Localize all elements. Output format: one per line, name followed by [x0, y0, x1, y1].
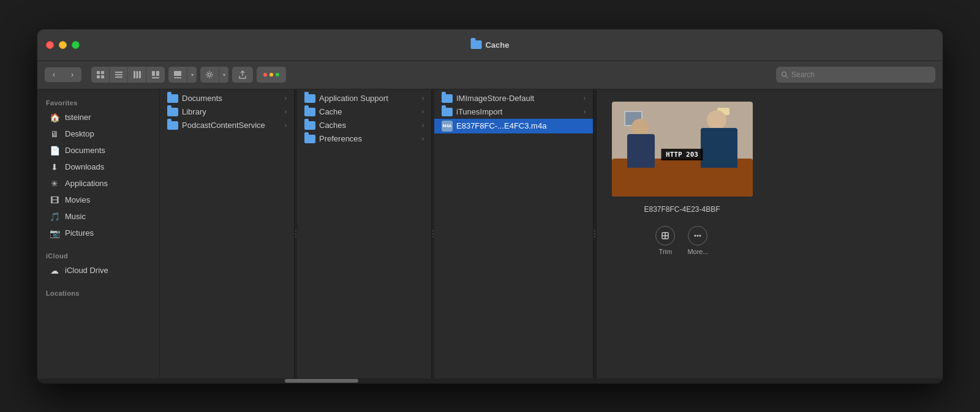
column2-label-caches: Caches: [319, 121, 346, 130]
svg-rect-16: [179, 77, 181, 78]
tag-icon: [263, 70, 280, 79]
sidebar-item-label-music: Music: [65, 212, 86, 221]
more-label: More...: [687, 248, 708, 255]
folder-icon-appsupport: [304, 94, 315, 103]
svg-rect-11: [156, 71, 159, 76]
maximize-button[interactable]: [72, 41, 80, 49]
document-icon: 📄: [49, 145, 60, 156]
more-button[interactable]: More...: [687, 226, 708, 255]
sidebar-item-label-tsteiner: tsteiner: [65, 113, 91, 122]
column2-item-preferences[interactable]: Preferences ›: [297, 132, 431, 146]
tag-button[interactable]: [257, 67, 286, 83]
settings-button[interactable]: [200, 67, 219, 83]
cover-flow-view-button[interactable]: [146, 67, 165, 83]
sidebar-item-downloads[interactable]: ⬇ Downloads: [40, 159, 156, 175]
sidebar-item-music[interactable]: 🎵 Music: [40, 209, 156, 225]
sidebar-item-movies[interactable]: 🎞 Movies: [40, 192, 156, 208]
column2-item-cache[interactable]: Cache ›: [297, 105, 431, 119]
svg-point-27: [697, 234, 699, 236]
column-view-button[interactable]: [128, 67, 146, 83]
column3-item-imimagestore[interactable]: IMImageStore-Default ›: [434, 92, 593, 105]
column1-item-podcastcontentservice[interactable]: PodcastContentService ›: [160, 119, 294, 132]
sidebar-item-desktop[interactable]: 🖥 Desktop: [40, 126, 156, 142]
chevron-icon: ›: [584, 108, 586, 115]
svg-rect-15: [176, 77, 179, 78]
svg-rect-6: [115, 77, 123, 78]
locations-section-label: Locations: [37, 286, 159, 299]
window-title: Cache: [485, 40, 509, 50]
sidebar-item-label-applications: Applications: [65, 179, 108, 188]
trim-icon: [655, 226, 675, 245]
sidebar-item-label-icloud: iCloud Drive: [65, 266, 108, 275]
folder-icon-documents: [167, 94, 178, 103]
scrollbar-thumb[interactable]: [285, 379, 358, 383]
column1-item-documents[interactable]: Documents ›: [160, 92, 294, 105]
svg-rect-5: [115, 74, 123, 75]
chevron-icon: ›: [285, 95, 287, 102]
chevron-icon: ›: [285, 122, 287, 129]
preview-panel: HTTP 203 E837F8FC-4E23-4BBF Tri: [596, 89, 767, 378]
search-box[interactable]: [776, 67, 935, 83]
trim-button[interactable]: Trim: [655, 226, 675, 255]
column3-item-m4a[interactable]: M4A E837F8FC-...E4FC3.m4a: [434, 119, 593, 133]
file-icon-m4a: M4A: [442, 121, 453, 132]
column-icon: [133, 70, 141, 79]
sidebar-item-label-pictures: Pictures: [65, 228, 94, 238]
main-content: Favorites 🏠 tsteiner 🖥 Desktop 📄 Documen…: [37, 89, 943, 378]
settings-dropdown-arrow[interactable]: ▾: [219, 67, 228, 83]
desktop-icon: 🖥: [49, 129, 60, 140]
svg-point-21: [782, 72, 786, 77]
svg-point-18: [263, 73, 267, 77]
sidebar-item-pictures[interactable]: 📷 Pictures: [40, 225, 156, 241]
column-browser: Documents › Library › PodcastContentServ…: [160, 89, 943, 378]
svg-rect-1: [101, 71, 104, 74]
sidebar-item-documents[interactable]: 📄 Documents: [40, 143, 156, 159]
applications-icon: ✳: [49, 178, 60, 189]
column1-label-documents: Documents: [182, 94, 222, 103]
svg-rect-3: [101, 75, 104, 78]
http-label: HTTP 203: [661, 149, 703, 160]
column1-label-library: Library: [182, 107, 206, 116]
title-folder-icon: [470, 40, 481, 49]
search-input[interactable]: [791, 70, 930, 79]
svg-point-28: [699, 234, 701, 236]
share-button[interactable]: [232, 67, 253, 83]
back-button[interactable]: ‹: [45, 67, 63, 82]
gallery-view-button[interactable]: [168, 67, 187, 83]
svg-rect-10: [152, 71, 155, 76]
video-scene: HTTP 203: [612, 102, 753, 197]
sidebar-item-applications[interactable]: ✳ Applications: [40, 176, 156, 192]
column1-label-podcast: PodcastContentService: [182, 121, 265, 130]
column-1: Documents › Library › PodcastContentServ…: [160, 89, 295, 378]
sidebar-item-icloud-drive[interactable]: ☁ iCloud Drive: [40, 263, 156, 279]
minimize-button[interactable]: [59, 41, 67, 49]
folder-icon-cache: [304, 108, 315, 116]
view-dropdown-arrow[interactable]: ▾: [187, 67, 197, 83]
folder-icon-library: [167, 108, 178, 116]
sidebar-item-label-documents: Documents: [65, 146, 105, 155]
column3-item-itunesimport[interactable]: iTunesImport ›: [434, 105, 593, 119]
window-title-area: Cache: [470, 40, 509, 50]
folder-icon-podcast: [167, 121, 178, 130]
sidebar-item-tsteiner[interactable]: 🏠 tsteiner: [40, 110, 156, 125]
chevron-icon: ›: [422, 135, 424, 142]
back-icon: ‹: [53, 70, 55, 79]
grid-view-button[interactable]: [91, 67, 110, 83]
pictures-icon: 📷: [49, 228, 60, 239]
gallery-icon: [173, 70, 182, 79]
grid-icon: [96, 70, 105, 79]
column2-item-application-support[interactable]: Application Support ›: [297, 92, 431, 105]
chevron-icon: ›: [285, 108, 287, 115]
svg-point-20: [276, 73, 279, 77]
column1-item-library[interactable]: Library ›: [160, 105, 294, 119]
forward-button[interactable]: ›: [63, 67, 81, 82]
folder-icon-itunes: [442, 108, 453, 116]
sidebar-item-label-downloads: Downloads: [65, 162, 104, 171]
folder-icon-caches: [304, 121, 315, 130]
column2-label-preferences: Preferences: [319, 134, 362, 143]
svg-rect-8: [136, 71, 138, 78]
close-button[interactable]: [46, 41, 54, 49]
list-view-button[interactable]: [110, 67, 128, 83]
chevron-icon: ›: [422, 108, 424, 115]
column2-item-caches[interactable]: Caches ›: [297, 119, 431, 132]
